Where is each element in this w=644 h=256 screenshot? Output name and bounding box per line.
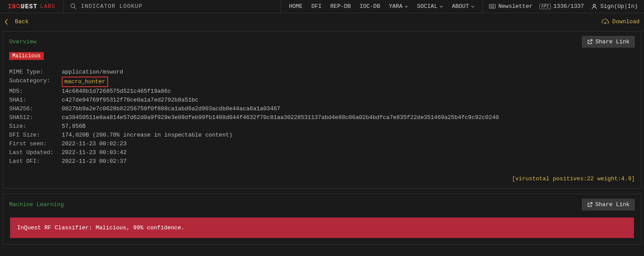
virustotal-footer[interactable]: [virustotal positives:22 weight:4.9] bbox=[9, 166, 635, 182]
nav-about-label: ABOUT bbox=[452, 3, 469, 10]
svg-point-14 bbox=[593, 4, 595, 7]
row-sha256: SHA256:0827bb9a2e7c0628b82256759f0f888ca… bbox=[9, 105, 635, 113]
logo-part-uest: UEST bbox=[21, 3, 38, 10]
ml-header: Machine Learning Share Link bbox=[3, 194, 641, 215]
mime-value: application/msword bbox=[62, 68, 123, 77]
row-lastdfi: Last DFI:2022-11-23 00:02:37 bbox=[9, 157, 635, 166]
sign-label: Sign(Up|In) bbox=[600, 3, 638, 10]
sha512-value: ca38450511e8aa814e57d62d0a9f929e3e09dfeb… bbox=[62, 113, 499, 122]
lastupdated-key: Last Updated: bbox=[9, 148, 62, 157]
search-label: INDICATOR LOOKUP bbox=[81, 3, 143, 10]
nav-dfi[interactable]: DFI bbox=[307, 3, 326, 10]
back-label: Back bbox=[15, 18, 28, 25]
row-sha512: SHA512:ca38450511e8aa814e57d62d0a9f929e3… bbox=[9, 113, 635, 122]
row-sha1: SHA1:c427de94769f95312f70ce0a1a7ed2792b8… bbox=[9, 96, 635, 105]
chevron-down-icon bbox=[440, 5, 443, 8]
lastdfi-key: Last DFI: bbox=[9, 157, 62, 166]
nav: HOME DFI REP-DB IOC-DB YARA SOCIAL ABOUT bbox=[281, 0, 482, 13]
sha256-key: SHA256: bbox=[9, 105, 62, 113]
firstseen-value: 2022-11-23 00:02:23 bbox=[62, 140, 127, 148]
nav-social-label: SOCIAL bbox=[417, 3, 437, 10]
svg-line-1 bbox=[19, 7, 21, 8]
nav-home-label: HOME bbox=[289, 3, 303, 10]
sign-link[interactable]: Sign(Up|In) bbox=[588, 3, 641, 10]
firstseen-key: First seen: bbox=[9, 140, 62, 148]
nav-repdb[interactable]: REP-DB bbox=[326, 3, 355, 10]
overview-header: Overview Share Link bbox=[3, 32, 641, 52]
share-label: Share Link bbox=[595, 39, 630, 45]
api-counter[interactable]: API 1336/1337 bbox=[536, 3, 588, 10]
svg-point-0 bbox=[16, 4, 20, 8]
keyboard-icon bbox=[489, 3, 496, 10]
svg-line-3 bbox=[74, 7, 76, 9]
ml-body: InQuest RF Classifier: Malicious, 99% co… bbox=[3, 217, 641, 244]
sha512-key: SHA512: bbox=[9, 113, 62, 122]
row-size: Size:57,856B bbox=[9, 122, 635, 131]
nav-about[interactable]: ABOUT bbox=[447, 3, 479, 10]
share-label: Share Link bbox=[595, 201, 630, 208]
cloud-download-icon bbox=[602, 19, 609, 25]
back-row: Back Download bbox=[0, 13, 644, 29]
nav-home[interactable]: HOME bbox=[285, 3, 307, 10]
nav-repdb-label: REP-DB bbox=[331, 3, 351, 10]
logo-part-in: IN bbox=[8, 3, 16, 10]
download-label: Download bbox=[612, 18, 640, 25]
logo[interactable]: INUEST LABS bbox=[0, 0, 64, 13]
overview-panel: Overview Share Link Malicious MIME Type:… bbox=[3, 31, 641, 189]
chevron-down-icon bbox=[471, 5, 475, 8]
newsletter-label: Newsletter bbox=[498, 3, 532, 10]
back-link[interactable]: Back bbox=[4, 18, 28, 25]
nav-yara[interactable]: YARA bbox=[384, 3, 412, 10]
external-link-icon bbox=[587, 39, 593, 45]
search-icon bbox=[70, 3, 77, 10]
nav-iocdb[interactable]: IOC-DB bbox=[355, 3, 384, 10]
share-link-button[interactable]: Share Link bbox=[582, 36, 635, 48]
dfisize-value: 174,020B (200.78% increase in inspectabl… bbox=[62, 131, 232, 140]
row-lastupdated: Last Updated:2022-11-23 00:03:42 bbox=[9, 148, 635, 157]
row-md5: MD5:14c6848b1d7268575d521c465f19a86c bbox=[9, 87, 635, 96]
newsletter-link[interactable]: Newsletter bbox=[486, 3, 536, 10]
api-badge: API bbox=[539, 4, 551, 9]
sha256-value: 0827bb9a2e7c0628b82256759f0f888ca1abd6a2… bbox=[62, 105, 280, 113]
sha1-key: SHA1: bbox=[9, 96, 62, 105]
sha1-value: c427de94769f95312f70ce0a1a7ed2792b8a51bc bbox=[62, 96, 198, 105]
row-mime: MIME Type:application/msword bbox=[9, 68, 635, 77]
api-counter-value: 1336/1337 bbox=[553, 3, 584, 10]
size-value: 57,856B bbox=[62, 122, 86, 131]
lastdfi-value: 2022-11-23 00:02:37 bbox=[62, 157, 127, 166]
download-link[interactable]: Download bbox=[602, 18, 640, 25]
external-link-icon bbox=[587, 202, 593, 207]
logo-magnify-icon bbox=[16, 4, 21, 9]
ml-title: Machine Learning bbox=[9, 201, 64, 208]
row-firstseen: First seen:2022-11-23 00:02:23 bbox=[9, 140, 635, 148]
ml-result-banner: InQuest RF Classifier: Malicious, 99% co… bbox=[10, 217, 634, 238]
chevron-left-icon bbox=[4, 19, 9, 25]
dfisize-key: DFI Size: bbox=[9, 131, 62, 140]
subcategory-key: Subcategory: bbox=[9, 77, 62, 87]
user-icon bbox=[591, 3, 598, 10]
overview-title: Overview bbox=[9, 39, 36, 45]
top-bar: INUEST LABS INDICATOR LOOKUP HOME DFI RE… bbox=[0, 0, 644, 13]
share-link-button[interactable]: Share Link bbox=[582, 199, 635, 210]
topbar-right: Newsletter API 1336/1337 Sign(Up|In) bbox=[482, 0, 644, 13]
logo-part-labs: LABS bbox=[40, 3, 55, 10]
overview-body: Malicious MIME Type:application/msword S… bbox=[3, 52, 641, 188]
mime-key: MIME Type: bbox=[9, 68, 62, 77]
row-dfisize: DFI Size:174,020B (200.78% increase in i… bbox=[9, 131, 635, 140]
subcategory-value[interactable]: macro_hunter bbox=[62, 77, 108, 87]
md5-key: MD5: bbox=[9, 87, 62, 96]
ml-panel: Machine Learning Share Link InQuest RF C… bbox=[3, 194, 641, 245]
size-key: Size: bbox=[9, 122, 62, 131]
chevron-down-icon bbox=[405, 5, 408, 8]
lastupdated-value: 2022-11-23 00:03:42 bbox=[62, 148, 127, 157]
row-subcategory: Subcategory:macro_hunter bbox=[9, 77, 635, 87]
nav-iocdb-label: IOC-DB bbox=[359, 3, 380, 10]
svg-point-2 bbox=[71, 4, 75, 8]
nav-dfi-label: DFI bbox=[311, 3, 321, 10]
md5-value: 14c6848b1d7268575d521c465f19a86c bbox=[62, 87, 171, 96]
status-badge: Malicious bbox=[9, 52, 44, 60]
nav-social[interactable]: SOCIAL bbox=[412, 3, 447, 10]
search-area[interactable]: INDICATOR LOOKUP bbox=[64, 0, 149, 13]
nav-yara-label: YARA bbox=[389, 3, 402, 10]
